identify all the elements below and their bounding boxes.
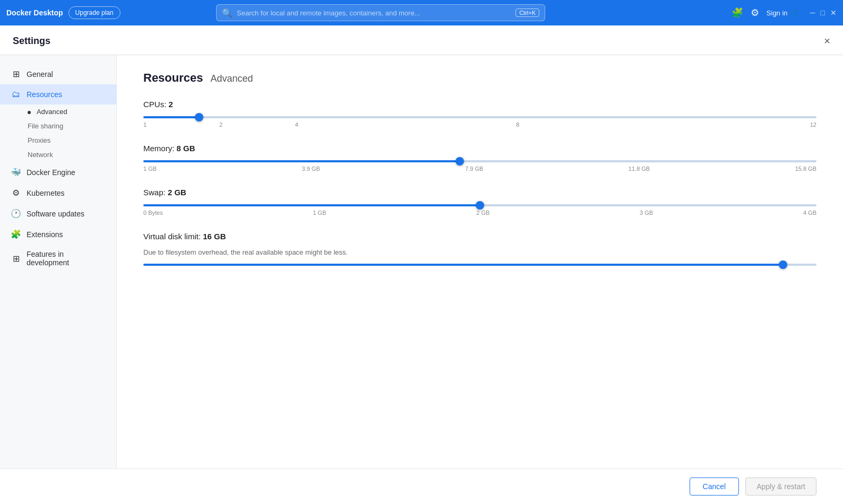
panel-subtitle: Advanced [211, 73, 253, 84]
cancel-button[interactable]: Cancel [690, 477, 739, 496]
disk-thumb[interactable] [779, 260, 787, 269]
memory-slider[interactable] [143, 160, 816, 162]
cpu-thumb[interactable] [195, 113, 203, 121]
sidebar-item-docker-engine[interactable]: 🐳 Docker Engine [0, 162, 116, 183]
sidebar-item-kubernetes-label: Kubernetes [27, 189, 65, 197]
minimize-button[interactable]: ─ [810, 8, 815, 17]
search-input[interactable] [237, 9, 515, 17]
swap-thumb[interactable] [476, 201, 484, 210]
titlebar: Docker Desktop Upgrade plan 🔍 Ctrl+K 🧩 ⚙… [0, 0, 843, 25]
memory-ticks: 1 GB 3.9 GB 7.9 GB 11.8 GB 15.8 GB [143, 166, 816, 172]
footer-actions: Cancel Apply & restart [0, 468, 843, 504]
panel-title: Resources [143, 71, 203, 85]
sidebar-subitem-file-sharing[interactable]: File sharing [0, 119, 116, 133]
disk-note: Due to filesystem overhead, the real ava… [143, 248, 816, 256]
sidebar-subitem-proxies[interactable]: Proxies [0, 133, 116, 147]
disk-label-text: Virtual disk limit: [143, 232, 201, 241]
disk-section: Virtual disk limit: 16 GB Due to filesys… [143, 232, 816, 266]
settings-content: ⊞ General 🗂 Resources Advanced File shar… [0, 55, 843, 468]
settings-title: Settings [13, 36, 50, 47]
close-settings-button[interactable]: × [824, 35, 830, 47]
main-window: Settings × ⊞ General 🗂 Resources Advance… [0, 25, 843, 504]
kubernetes-icon: ⚙ [11, 188, 21, 198]
sidebar-item-extensions[interactable]: 🧩 Extensions [0, 224, 116, 245]
sidebar-item-software-updates[interactable]: 🕐 Software updates [0, 203, 116, 224]
sidebar-item-resources-label: Resources [27, 90, 62, 99]
settings-icon[interactable]: ⚙ [751, 7, 759, 19]
swap-section: Swap: 2 GB 0 Bytes 1 GB 2 GB 3 GB 4 GB [143, 188, 816, 216]
extensions-icon[interactable]: 🧩 [732, 7, 743, 19]
sidebar-subitem-network[interactable]: Network [0, 147, 116, 162]
memory-label: Memory: 8 GB [143, 144, 816, 153]
memory-section: Memory: 8 GB 1 GB 3.9 GB 7.9 GB 11.8 GB … [143, 144, 816, 172]
docker-engine-icon: 🐳 [11, 167, 21, 177]
cpu-value: 2 [169, 100, 173, 109]
user-icon: 👤 [791, 9, 799, 17]
maximize-button[interactable]: □ [821, 8, 825, 17]
disk-fill [143, 264, 783, 266]
memory-fill [143, 160, 460, 162]
software-updates-icon: 🕐 [11, 208, 21, 219]
resources-icon: 🗂 [11, 90, 21, 99]
cpu-label-text: CPUs: [143, 100, 166, 109]
sidebar-subitem-network-label: Network [28, 151, 53, 159]
window-controls: ─ □ ✕ [810, 8, 837, 17]
extensions-sidebar-icon: 🧩 [11, 229, 21, 239]
sidebar-item-features[interactable]: ⊞ Features in development [0, 245, 116, 272]
sidebar-subitem-proxies-label: Proxies [28, 136, 50, 144]
swap-fill [143, 204, 480, 206]
general-icon: ⊞ [11, 69, 21, 79]
cpu-ticks: 1 2 4 8 12 [143, 121, 816, 128]
sidebar-subitem-advanced[interactable]: Advanced [0, 105, 116, 119]
titlebar-icons: 🧩 ⚙ Sign in 👤 [732, 7, 799, 19]
swap-slider[interactable] [143, 204, 816, 206]
upgrade-button[interactable]: Upgrade plan [68, 6, 121, 19]
sidebar-item-extensions-label: Extensions [27, 230, 63, 239]
settings-header: Settings × [0, 25, 843, 55]
search-icon: 🔍 [222, 8, 233, 18]
sidebar-subitem-advanced-label: Advanced [37, 108, 67, 116]
cpu-track-bg [143, 116, 816, 118]
shortcut-badge: Ctrl+K [515, 8, 539, 17]
sidebar-item-resources[interactable]: 🗂 Resources [0, 84, 116, 105]
apply-restart-button[interactable]: Apply & restart [745, 477, 816, 496]
main-panel: Resources Advanced CPUs: 2 1 2 4 [117, 55, 843, 468]
swap-ticks: 0 Bytes 1 GB 2 GB 3 GB 4 GB [143, 210, 816, 216]
sidebar-item-features-label: Features in development [27, 250, 106, 267]
dot-icon [28, 111, 31, 114]
disk-value: 16 GB [203, 232, 226, 241]
cpu-label: CPUs: 2 [143, 100, 816, 109]
app-brand: Docker Desktop [6, 8, 63, 17]
cpu-slider[interactable] [143, 116, 816, 118]
swap-label: Swap: 2 GB [143, 188, 816, 197]
cpu-fill [143, 116, 199, 118]
signin-label: Sign in [767, 9, 788, 17]
search-bar[interactable]: 🔍 Ctrl+K [216, 4, 545, 21]
swap-label-text: Swap: [143, 188, 166, 197]
signin-button[interactable]: Sign in 👤 [767, 9, 799, 17]
memory-value: 8 GB [177, 144, 195, 153]
sidebar-item-general-label: General [27, 70, 53, 79]
close-window-button[interactable]: ✕ [830, 8, 837, 17]
disk-slider[interactable] [143, 264, 816, 266]
sidebar-item-software-updates-label: Software updates [27, 210, 84, 218]
swap-value: 2 GB [168, 188, 186, 197]
cpu-section: CPUs: 2 1 2 4 8 [143, 100, 816, 128]
sidebar-item-kubernetes[interactable]: ⚙ Kubernetes [0, 183, 116, 203]
sidebar: ⊞ General 🗂 Resources Advanced File shar… [0, 55, 117, 468]
sidebar-subitem-file-sharing-label: File sharing [28, 122, 63, 130]
sidebar-item-docker-engine-label: Docker Engine [27, 168, 75, 177]
panel-heading: Resources Advanced [143, 71, 816, 85]
memory-label-text: Memory: [143, 144, 174, 153]
memory-thumb[interactable] [455, 157, 464, 166]
features-icon: ⊞ [11, 254, 21, 264]
sidebar-item-general[interactable]: ⊞ General [0, 64, 116, 84]
disk-label: Virtual disk limit: 16 GB [143, 232, 816, 241]
